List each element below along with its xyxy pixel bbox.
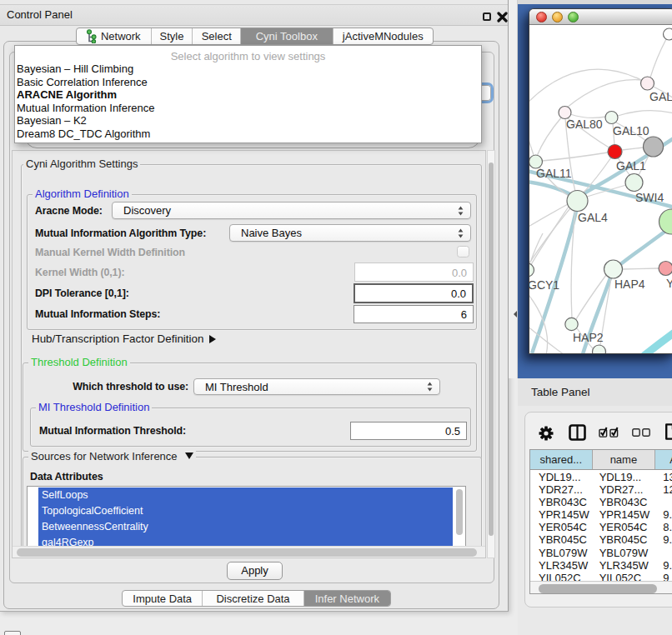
expand-right-icon	[209, 335, 216, 343]
network-icon-slot	[87, 29, 98, 43]
network-graph-canvas[interactable]: GALGAL80GAL10GAL1GAL11SWI4GAL4GCY1HAP4YH…	[529, 25, 672, 353]
updown-arrows-icon	[427, 382, 433, 392]
zoom-traffic-light[interactable]	[568, 12, 579, 22]
table-row[interactable]: YLR345W YLR345W 9.	[530, 559, 672, 572]
collapse-left-icon[interactable]	[514, 311, 517, 318]
group-title: Algorithm Definition	[33, 188, 132, 200]
network-window-titlebar[interactable]	[529, 9, 672, 25]
table-row[interactable]: YPR145W YPR145W 9.	[530, 508, 672, 521]
graph-edge[interactable]	[650, 39, 666, 78]
graph-node[interactable]	[593, 345, 606, 353]
graph-node-gal10[interactable]	[605, 112, 618, 124]
menu-item[interactable]: Basic Correlation Inference	[15, 76, 481, 89]
screen: Control Panel Network Style Select	[0, 0, 672, 635]
manual-kernel-width-label: Manual Kernel Width Definition	[35, 247, 185, 258]
network-icon	[87, 29, 98, 43]
manual-kernel-width-checkbox[interactable]	[457, 246, 469, 258]
tab[interactable]: Style	[151, 28, 193, 44]
tab[interactable]: Infer Network	[303, 591, 390, 606]
graph-edge[interactable]	[529, 69, 641, 104]
dpi-tolerance-field[interactable]: 0.0	[354, 283, 474, 303]
hub-transcription-factor-section[interactable]: Hub/Transcription Factor Definition	[32, 332, 216, 345]
mi-algorithm-type-select[interactable]: Naive Bayes	[229, 224, 471, 242]
menu-item[interactable]: Bayesian – K2	[15, 114, 481, 128]
tab[interactable]: Select	[192, 28, 240, 44]
unchecked-columns-icon[interactable]	[632, 428, 650, 437]
graph-node-label: GAL10	[613, 124, 649, 138]
table-row[interactable]: YBR045C YBR045C 9.	[530, 533, 672, 546]
mi-threshold-field[interactable]: 0.5	[350, 422, 467, 440]
gear-icon[interactable]	[539, 426, 554, 441]
scrollbar-thumb[interactable]	[17, 548, 477, 557]
graph-node[interactable]	[659, 209, 672, 234]
apply-button[interactable]: Apply	[227, 562, 283, 580]
menu-item[interactable]: Mutual Information Inference	[15, 102, 481, 115]
document-icon[interactable]	[664, 423, 672, 440]
graph-node-label: HAP4	[614, 278, 645, 291]
list-item[interactable]: TopologicalCoefficient	[38, 503, 453, 519]
graph-node-hap2[interactable]	[565, 318, 578, 330]
tab[interactable]: Cyni Toolbox	[240, 28, 332, 44]
column-header[interactable]: shared...	[530, 450, 593, 469]
menu-item[interactable]: Dream8 DC_TDC Algorithm	[15, 128, 481, 141]
graph-edge[interactable]	[622, 148, 644, 150]
list-item[interactable]: BetweennessCentrality	[38, 519, 453, 535]
tab[interactable]: jActiveMNodules	[333, 28, 433, 44]
graph-edge[interactable]	[618, 111, 672, 116]
aracne-mode-select[interactable]: Discovery	[112, 202, 471, 219]
tab[interactable]: Impute Data	[123, 591, 202, 606]
which-threshold-label: Which threshold to use:	[34, 381, 188, 392]
float-window-icon[interactable]	[483, 12, 491, 21]
list-item[interactable]: SelfLoops	[38, 488, 453, 503]
mi-steps-field[interactable]: 6	[354, 305, 474, 323]
graph-node-swi4[interactable]	[625, 174, 643, 192]
control-panel-titlebar[interactable]: Control Panel	[0, 4, 508, 26]
which-threshold-select[interactable]: MI Threshold	[193, 378, 440, 395]
network-desktop: GALGAL80GAL10GAL1GAL11SWI4GAL4GCY1HAP4YH…	[518, 4, 672, 378]
table-row[interactable]: YER054C YER054C 8.	[530, 521, 672, 533]
scrollbar-thumb[interactable]	[489, 162, 494, 536]
graph-node[interactable]	[664, 28, 672, 40]
graph-edge[interactable]	[537, 117, 562, 156]
split-columns-icon[interactable]	[569, 424, 586, 441]
table-panel-box: shared... name A YDL19... YDL19... 13 YD	[524, 412, 672, 608]
table-row[interactable]: YBR043C YBR043C	[530, 496, 672, 508]
graph-edge[interactable]	[567, 80, 642, 108]
kernel-width-field[interactable]: 0.0	[354, 262, 474, 282]
menu-item[interactable]: Bayesian – Hill Climbing	[15, 62, 481, 76]
updown-arrows-icon	[458, 206, 464, 216]
checked-columns-icon[interactable]	[599, 426, 619, 438]
minimize-traffic-light[interactable]	[552, 12, 563, 22]
minimized-panel-button[interactable]	[4, 631, 21, 635]
close-icon[interactable]	[497, 12, 508, 22]
settings-vertical-scrollbar[interactable]	[487, 150, 495, 558]
graph-node-label: GAL4	[578, 211, 608, 224]
menu-item[interactable]: ARACNE Algorithm	[15, 88, 481, 102]
graph-node-hap4[interactable]	[604, 260, 623, 278]
table-horizontal-scrollbar[interactable]	[530, 581, 672, 594]
graph-node-y[interactable]	[659, 262, 672, 276]
split-pane-divider[interactable]	[509, 0, 518, 378]
graph-node-gal1[interactable]	[608, 145, 622, 159]
close-traffic-light[interactable]	[536, 12, 547, 22]
tab[interactable]: Discretize Data	[202, 591, 303, 606]
graph-node-gcy1[interactable]	[529, 263, 534, 277]
graph-edge[interactable]	[622, 268, 659, 269]
table-row[interactable]: YDL19... YDL19... 13	[530, 471, 672, 483]
table-row[interactable]: YDR27... YDR27... 12	[530, 483, 672, 496]
graph-node-gal[interactable]	[641, 77, 654, 90]
list-scrollbar-thumb[interactable]	[456, 489, 463, 535]
column-header[interactable]: A	[655, 450, 672, 469]
graph-edge[interactable]	[529, 127, 534, 155]
graph-edge[interactable]	[542, 152, 608, 161]
graph-edge[interactable]	[644, 332, 672, 353]
graph-node-gal4[interactable]	[567, 191, 588, 212]
column-header[interactable]: name	[593, 450, 656, 469]
collapse-down-icon[interactable]	[185, 452, 193, 459]
tab[interactable]: Network	[77, 28, 151, 44]
graph-node[interactable]	[644, 137, 664, 157]
settings-horizontal-scrollbar[interactable]	[13, 546, 485, 558]
table-row[interactable]: YBL079W YBL079W	[530, 547, 672, 559]
scrollbar-thumb[interactable]	[539, 584, 657, 593]
graph-edge[interactable]	[529, 292, 548, 353]
